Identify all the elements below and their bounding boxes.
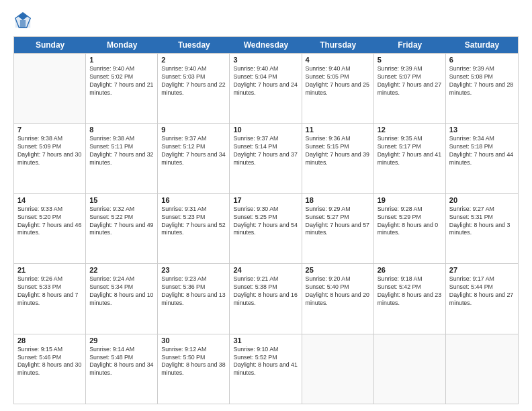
cal-cell-day-11: 11Sunrise: 9:36 AMSunset: 5:15 PMDayligh…: [302, 124, 374, 193]
cell-info: Sunrise: 9:29 AMSunset: 5:27 PMDaylight:…: [306, 205, 370, 238]
cal-cell-day-4: 4Sunrise: 9:40 AMSunset: 5:05 PMDaylight…: [302, 54, 374, 123]
day-number: 9: [161, 126, 226, 134]
cal-cell-day-20: 20Sunrise: 9:27 AMSunset: 5:31 PMDayligh…: [446, 194, 518, 263]
cell-info: Sunrise: 9:18 AMSunset: 5:42 PMDaylight:…: [378, 275, 442, 308]
cell-info: Sunrise: 9:38 AMSunset: 5:11 PMDaylight:…: [89, 135, 154, 167]
cell-info: Sunrise: 9:39 AMSunset: 5:07 PMDaylight:…: [378, 65, 442, 97]
cal-cell-day-27: 27Sunrise: 9:17 AMSunset: 5:44 PMDayligh…: [446, 264, 518, 333]
day-number: 8: [89, 126, 154, 134]
day-number: 16: [161, 196, 226, 204]
cal-cell-empty: [374, 334, 446, 404]
cal-cell-day-14: 14Sunrise: 9:33 AMSunset: 5:20 PMDayligh…: [14, 194, 86, 263]
day-number: 7: [17, 126, 82, 134]
cal-cell-day-21: 21Sunrise: 9:26 AMSunset: 5:33 PMDayligh…: [14, 264, 86, 333]
cell-info: Sunrise: 9:36 AMSunset: 5:15 PMDaylight:…: [306, 135, 370, 167]
day-number: 30: [161, 336, 226, 345]
day-number: 21: [17, 266, 82, 274]
cell-info: Sunrise: 9:37 AMSunset: 5:14 PMDaylight:…: [233, 135, 298, 167]
day-number: 13: [449, 126, 515, 134]
day-number: 5: [378, 56, 442, 64]
weekday-header-sunday: Sunday: [14, 37, 86, 53]
cal-row-3: 21Sunrise: 9:26 AMSunset: 5:33 PMDayligh…: [14, 263, 518, 333]
logo: [13, 11, 35, 30]
calendar-body: 1Sunrise: 9:40 AMSunset: 5:02 PMDaylight…: [14, 53, 518, 404]
day-number: 2: [161, 56, 226, 64]
cell-info: Sunrise: 9:38 AMSunset: 5:09 PMDaylight:…: [17, 135, 82, 167]
cal-cell-day-22: 22Sunrise: 9:24 AMSunset: 5:34 PMDayligh…: [86, 264, 158, 333]
cal-cell-day-5: 5Sunrise: 9:39 AMSunset: 5:07 PMDaylight…: [374, 54, 446, 123]
cell-info: Sunrise: 9:26 AMSunset: 5:33 PMDaylight:…: [17, 275, 82, 308]
cal-cell-empty: [302, 334, 374, 404]
day-number: 15: [89, 196, 154, 204]
day-number: 26: [378, 266, 442, 274]
day-number: 18: [306, 196, 370, 204]
cal-cell-empty: [14, 54, 86, 123]
cell-info: Sunrise: 9:23 AMSunset: 5:36 PMDaylight:…: [161, 275, 226, 308]
weekday-header-tuesday: Tuesday: [158, 37, 230, 53]
svg-rect-3: [20, 20, 26, 28]
day-number: 22: [89, 266, 154, 274]
day-number: 1: [89, 56, 154, 64]
cal-cell-day-13: 13Sunrise: 9:34 AMSunset: 5:18 PMDayligh…: [446, 124, 518, 193]
cal-cell-day-10: 10Sunrise: 9:37 AMSunset: 5:14 PMDayligh…: [230, 124, 302, 193]
day-number: 25: [306, 266, 370, 274]
calendar-header: SundayMondayTuesdayWednesdayThursdayFrid…: [14, 37, 518, 53]
cell-info: Sunrise: 9:27 AMSunset: 5:31 PMDaylight:…: [449, 205, 515, 238]
cal-cell-day-18: 18Sunrise: 9:29 AMSunset: 5:27 PMDayligh…: [302, 194, 374, 263]
weekday-header-monday: Monday: [86, 37, 158, 53]
day-number: 6: [449, 56, 515, 64]
cell-info: Sunrise: 9:24 AMSunset: 5:34 PMDaylight:…: [89, 275, 154, 308]
cal-cell-day-17: 17Sunrise: 9:30 AMSunset: 5:25 PMDayligh…: [230, 194, 302, 263]
cal-row-2: 14Sunrise: 9:33 AMSunset: 5:20 PMDayligh…: [14, 193, 518, 263]
cell-info: Sunrise: 9:12 AMSunset: 5:50 PMDaylight:…: [161, 346, 226, 378]
cell-info: Sunrise: 9:20 AMSunset: 5:40 PMDaylight:…: [306, 275, 370, 308]
day-number: 27: [449, 266, 515, 274]
cal-cell-day-23: 23Sunrise: 9:23 AMSunset: 5:36 PMDayligh…: [158, 264, 230, 333]
day-number: 19: [378, 196, 442, 204]
weekday-header-saturday: Saturday: [446, 37, 518, 53]
page: SundayMondayTuesdayWednesdayThursdayFrid…: [0, 0, 532, 411]
day-number: 24: [233, 266, 298, 274]
cal-cell-day-19: 19Sunrise: 9:28 AMSunset: 5:29 PMDayligh…: [374, 194, 446, 263]
cell-info: Sunrise: 9:28 AMSunset: 5:29 PMDaylight:…: [378, 205, 442, 238]
day-number: 10: [233, 126, 298, 134]
day-number: 3: [233, 56, 298, 64]
cal-cell-day-30: 30Sunrise: 9:12 AMSunset: 5:50 PMDayligh…: [158, 334, 230, 404]
cal-cell-day-24: 24Sunrise: 9:21 AMSunset: 5:38 PMDayligh…: [230, 264, 302, 333]
cell-info: Sunrise: 9:14 AMSunset: 5:48 PMDaylight:…: [89, 346, 154, 378]
cal-cell-day-1: 1Sunrise: 9:40 AMSunset: 5:02 PMDaylight…: [86, 54, 158, 123]
cal-cell-day-8: 8Sunrise: 9:38 AMSunset: 5:11 PMDaylight…: [86, 124, 158, 193]
cell-info: Sunrise: 9:10 AMSunset: 5:52 PMDaylight:…: [233, 346, 298, 378]
day-number: 4: [306, 56, 370, 64]
day-number: 14: [17, 196, 82, 204]
cell-info: Sunrise: 9:37 AMSunset: 5:12 PMDaylight:…: [161, 135, 226, 167]
cal-cell-empty: [446, 334, 518, 404]
cal-cell-day-28: 28Sunrise: 9:15 AMSunset: 5:46 PMDayligh…: [14, 334, 86, 404]
cell-info: Sunrise: 9:34 AMSunset: 5:18 PMDaylight:…: [449, 135, 515, 167]
day-number: 31: [233, 336, 298, 345]
cal-cell-day-9: 9Sunrise: 9:37 AMSunset: 5:12 PMDaylight…: [158, 124, 230, 193]
logo-icon: [13, 11, 32, 30]
weekday-header-friday: Friday: [374, 37, 446, 53]
cal-cell-day-25: 25Sunrise: 9:20 AMSunset: 5:40 PMDayligh…: [302, 264, 374, 333]
cal-cell-day-7: 7Sunrise: 9:38 AMSunset: 5:09 PMDaylight…: [14, 124, 86, 193]
cell-info: Sunrise: 9:39 AMSunset: 5:08 PMDaylight:…: [449, 65, 515, 97]
cell-info: Sunrise: 9:40 AMSunset: 5:02 PMDaylight:…: [89, 65, 154, 97]
weekday-header-wednesday: Wednesday: [230, 37, 302, 53]
cal-cell-day-12: 12Sunrise: 9:35 AMSunset: 5:17 PMDayligh…: [374, 124, 446, 193]
cell-info: Sunrise: 9:40 AMSunset: 5:03 PMDaylight:…: [161, 65, 226, 97]
day-number: 23: [161, 266, 226, 274]
day-number: 20: [449, 196, 515, 204]
cal-row-0: 1Sunrise: 9:40 AMSunset: 5:02 PMDaylight…: [14, 53, 518, 123]
header: [13, 11, 519, 30]
cell-info: Sunrise: 9:32 AMSunset: 5:22 PMDaylight:…: [89, 205, 154, 238]
cell-info: Sunrise: 9:40 AMSunset: 5:04 PMDaylight:…: [233, 65, 298, 97]
cell-info: Sunrise: 9:35 AMSunset: 5:17 PMDaylight:…: [378, 135, 442, 167]
cal-cell-day-2: 2Sunrise: 9:40 AMSunset: 5:03 PMDaylight…: [158, 54, 230, 123]
cal-cell-day-6: 6Sunrise: 9:39 AMSunset: 5:08 PMDaylight…: [446, 54, 518, 123]
cal-row-4: 28Sunrise: 9:15 AMSunset: 5:46 PMDayligh…: [14, 334, 518, 404]
cell-info: Sunrise: 9:17 AMSunset: 5:44 PMDaylight:…: [449, 275, 515, 308]
weekday-header-thursday: Thursday: [302, 37, 374, 53]
cal-cell-day-3: 3Sunrise: 9:40 AMSunset: 5:04 PMDaylight…: [230, 54, 302, 123]
cal-row-1: 7Sunrise: 9:38 AMSunset: 5:09 PMDaylight…: [14, 123, 518, 193]
